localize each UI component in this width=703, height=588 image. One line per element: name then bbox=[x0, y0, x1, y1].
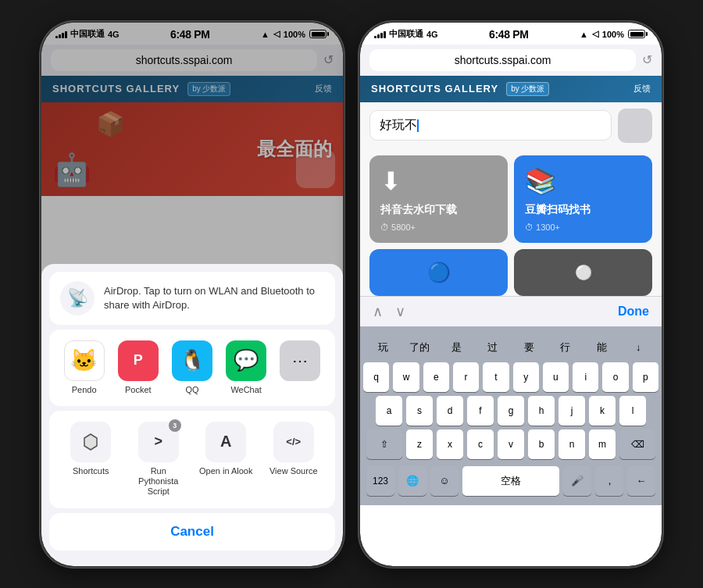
key-u[interactable]: u bbox=[543, 362, 569, 392]
key-x[interactable]: x bbox=[437, 429, 463, 459]
key-delete[interactable]: ⌫ bbox=[619, 429, 655, 459]
key-q[interactable]: q bbox=[363, 362, 389, 392]
pocket-label: Pocket bbox=[125, 385, 152, 395]
share-sheet: 📡 AirDrop. Tap to turn on WLAN and Bluet… bbox=[41, 264, 343, 566]
action-shortcuts[interactable]: Shortcuts bbox=[63, 422, 118, 476]
app-item-qq[interactable]: 🐧 QQ bbox=[169, 340, 216, 395]
nav-down-button[interactable]: ∨ bbox=[395, 303, 405, 320]
toolbar-row: ∧ ∨ Done bbox=[360, 296, 662, 326]
card-row-bottom: 🔵 ⚪ bbox=[360, 249, 662, 296]
card-bottom-right[interactable]: ⚪ bbox=[514, 249, 652, 296]
app-item-wechat[interactable]: 💬 WeChat bbox=[223, 340, 269, 395]
card-bottom-left[interactable]: 🔵 bbox=[369, 249, 508, 296]
suggestion-shi[interactable]: 是 bbox=[439, 334, 473, 361]
key-space[interactable]: 空格 bbox=[462, 466, 559, 496]
key-h[interactable]: h bbox=[528, 396, 555, 426]
suggestion-hang[interactable]: 行 bbox=[548, 334, 583, 361]
app-item-pocket[interactable]: P Pocket bbox=[115, 340, 162, 395]
key-w[interactable]: w bbox=[393, 362, 419, 392]
bottom-card-right-icon: ⚪ bbox=[575, 264, 592, 281]
feedback-btn-right[interactable]: 反馈 bbox=[633, 83, 651, 94]
key-z[interactable]: z bbox=[406, 429, 433, 459]
suggestion-yao[interactable]: 要 bbox=[512, 334, 547, 361]
suggestion-guo[interactable]: 过 bbox=[476, 334, 510, 361]
action-alook[interactable]: A Open in Alook bbox=[198, 422, 253, 476]
card-tiktok[interactable]: ⬇ 抖音去水印下载 ⏱ 5800+ bbox=[369, 155, 508, 243]
pocket-icon: P bbox=[118, 340, 159, 381]
key-j[interactable]: j bbox=[558, 396, 585, 426]
airdrop-text: AirDrop. Tap to turn on WLAN and Bluetoo… bbox=[104, 284, 324, 312]
cancel-button[interactable]: Cancel bbox=[49, 513, 335, 551]
douban-card-title: 豆瓣扫码找书 bbox=[525, 202, 591, 216]
key-e[interactable]: e bbox=[423, 362, 449, 392]
search-thumb-icon bbox=[618, 109, 652, 143]
key-g[interactable]: g bbox=[498, 396, 524, 426]
key-m[interactable]: m bbox=[589, 429, 616, 459]
key-globe[interactable]: 🌐 bbox=[398, 466, 426, 496]
browser-bar-right[interactable]: shortcuts.sspai.com ↺ bbox=[360, 45, 662, 76]
key-v[interactable]: v bbox=[498, 429, 524, 459]
suggestion-neng[interactable]: 能 bbox=[585, 334, 619, 361]
key-i[interactable]: i bbox=[573, 362, 598, 392]
pythonista-label: Run Pythonista Script bbox=[131, 466, 186, 497]
alook-icon: A bbox=[205, 422, 246, 462]
key-shift[interactable]: ⇧ bbox=[366, 429, 402, 459]
app-item-pendo[interactable]: 🐱 Pendo bbox=[61, 340, 108, 395]
alook-label: Open in Alook bbox=[199, 466, 253, 476]
by-badge-right: by 少数派 bbox=[506, 82, 549, 96]
keyboard-row-1: q w e r t y u i o p bbox=[363, 362, 658, 392]
key-p[interactable]: p bbox=[633, 362, 658, 392]
key-o[interactable]: o bbox=[602, 362, 628, 392]
key-s[interactable]: s bbox=[406, 396, 433, 426]
cards-grid: ⬇ 抖音去水印下载 ⏱ 5800+ 📚 豆瓣扫码找书 ⏱ 1300+ bbox=[360, 149, 662, 249]
key-a[interactable]: a bbox=[376, 396, 402, 426]
keyboard-bottom-row: 123 🌐 ☺ 空格 🎤 ， ← bbox=[363, 463, 658, 502]
key-d[interactable]: d bbox=[437, 396, 463, 426]
battery-percent-right: 100% bbox=[602, 30, 624, 39]
action-pythonista[interactable]: > 3 Run Pythonista Script bbox=[131, 422, 186, 497]
key-y[interactable]: y bbox=[513, 362, 539, 392]
actions-row: Shortcuts > 3 Run Pythonista Script A Op… bbox=[49, 411, 335, 508]
key-c[interactable]: c bbox=[467, 429, 494, 459]
tiktok-download-icon: ⬇ bbox=[380, 166, 401, 196]
left-phone-screen: 中国联通 4G 6:48 PM ▲ ◁ 100% bbox=[41, 23, 343, 566]
url-bar-right[interactable]: shortcuts.sspai.com bbox=[369, 49, 636, 71]
wifi-icon-right: ▲ bbox=[580, 30, 588, 39]
tiktok-card-meta: ⏱ 5800+ bbox=[380, 223, 416, 232]
key-r[interactable]: r bbox=[453, 362, 479, 392]
search-cursor bbox=[417, 119, 419, 132]
site-header-right: SHORTCUTS GALLERY by 少数派 反馈 bbox=[360, 76, 662, 102]
pendo-icon: 🐱 bbox=[64, 340, 105, 381]
key-b[interactable]: b bbox=[528, 429, 555, 459]
wechat-icon: 💬 bbox=[226, 340, 266, 381]
done-button[interactable]: Done bbox=[618, 305, 649, 319]
key-mic[interactable]: 🎤 bbox=[563, 466, 591, 496]
key-l[interactable]: l bbox=[619, 396, 646, 426]
qq-label: QQ bbox=[185, 385, 198, 395]
key-emoji[interactable]: ☺ bbox=[430, 466, 459, 496]
card-douban[interactable]: 📚 豆瓣扫码找书 ⏱ 1300+ bbox=[514, 155, 652, 243]
suggestion-le[interactable]: 了的 bbox=[403, 334, 437, 361]
apps-row: 🐱 Pendo P Pocket 🐧 QQ 💬 bbox=[49, 330, 335, 406]
suggestion-expand[interactable]: ↓ bbox=[621, 334, 655, 361]
action-viewsource[interactable]: </> View Source bbox=[266, 422, 321, 476]
key-n[interactable]: n bbox=[558, 429, 585, 459]
pendo-label: Pendo bbox=[72, 385, 97, 395]
right-phone-screen: 中国联通 4G 6:48 PM ▲ ◁ 100% bbox=[360, 23, 662, 566]
network-right: 4G bbox=[426, 30, 438, 39]
battery-icon-right bbox=[628, 30, 648, 38]
key-t[interactable]: t bbox=[483, 362, 509, 392]
key-k[interactable]: k bbox=[589, 396, 616, 426]
key-123[interactable]: 123 bbox=[366, 466, 394, 496]
status-right-right: ▲ ◁ 100% bbox=[580, 29, 648, 39]
refresh-button-right[interactable]: ↺ bbox=[642, 52, 652, 67]
airdrop-row[interactable]: 📡 AirDrop. Tap to turn on WLAN and Bluet… bbox=[49, 272, 335, 325]
key-f[interactable]: f bbox=[467, 396, 494, 426]
app-item-more[interactable]: ⋯ bbox=[277, 340, 323, 381]
nav-up-button[interactable]: ∧ bbox=[373, 303, 383, 320]
suggestion-wan[interactable]: 玩 bbox=[366, 334, 401, 361]
key-return[interactable]: ← bbox=[627, 466, 655, 496]
search-input-box[interactable]: 好玩不 bbox=[369, 110, 612, 141]
time-right: 6:48 PM bbox=[489, 28, 529, 41]
key-comma[interactable]: ， bbox=[595, 466, 623, 496]
